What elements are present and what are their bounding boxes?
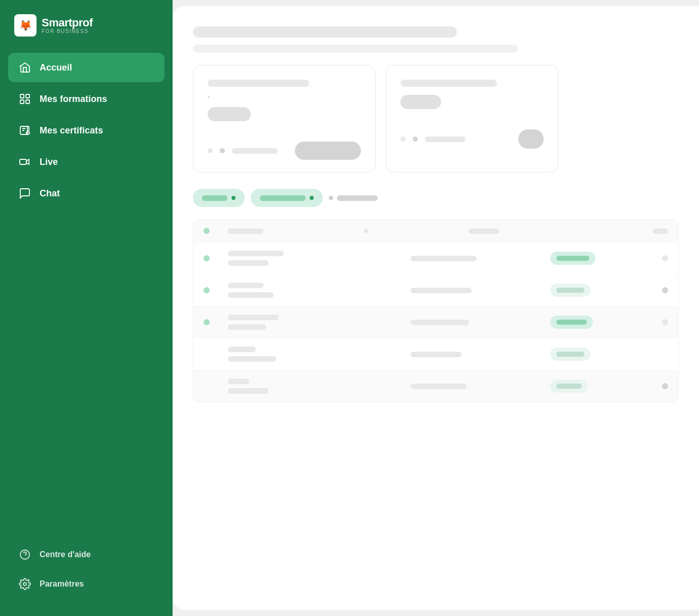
card-2-bottom [401, 129, 544, 149]
row-4-mid-bar [411, 320, 469, 325]
certificate-icon [18, 124, 31, 137]
table-row-2 [193, 243, 678, 275]
svg-point-5 [26, 131, 29, 134]
row-4-status-bar [556, 320, 587, 325]
row-3-bar2 [228, 292, 274, 298]
row-2-status-pill [550, 252, 595, 265]
row-1-score [648, 228, 668, 234]
svg-rect-0 [20, 94, 24, 98]
row-2-status [550, 252, 636, 265]
row-5-status [550, 348, 636, 361]
row-6-mid [411, 384, 539, 389]
svg-point-8 [23, 583, 26, 586]
sidebar-item-label-accueil: Accueil [40, 62, 72, 73]
row-3-score-dot [662, 287, 668, 293]
tab-3-bar [337, 195, 378, 201]
card-1-action[interactable] [295, 142, 361, 160]
row-3-status-bar [556, 288, 584, 293]
row-3-mid-bar [411, 288, 472, 293]
tabs-row [193, 189, 679, 207]
svg-point-7 [20, 550, 29, 559]
row-6-main [228, 379, 398, 394]
row-6-status-pill [550, 380, 588, 393]
tab-2[interactable] [251, 189, 323, 207]
row-4-score-dot [662, 319, 668, 325]
row-2-score [648, 255, 668, 261]
cards-row [193, 65, 679, 173]
row-1-main [228, 228, 352, 234]
row-3-status-pill [550, 284, 590, 297]
row-5-bar2 [228, 356, 276, 362]
row-6-bar1 [228, 379, 249, 384]
row-1-mid-dot [364, 229, 368, 233]
sidebar-item-live[interactable]: Live [8, 147, 164, 177]
logo-sub: FOR BUSINESS [42, 28, 93, 34]
row-2-mid-bar [411, 256, 477, 261]
row-1-mid2 [469, 228, 561, 234]
logo-icon: 🦊 [14, 14, 37, 37]
logo-area: 🦊 Smartprof FOR BUSINESS [0, 0, 173, 53]
top-bar-2 [193, 45, 518, 53]
sidebar: 🦊 Smartprof FOR BUSINESS Accueil Mes for… [0, 0, 173, 616]
sidebar-item-label-centre-aide: Centre d'aide [40, 550, 91, 559]
main-content [173, 6, 699, 610]
table-row-4 [193, 306, 678, 338]
table-row-6 [193, 370, 678, 402]
row-6-status [550, 380, 636, 393]
logo-text: Smartprof FOR BUSINESS [42, 17, 93, 34]
tab-1-bar [202, 195, 227, 201]
card-2-dot1 [401, 136, 406, 142]
row-4-bar2 [228, 324, 266, 330]
card-1-dot1 [208, 148, 213, 153]
sidebar-item-mes-certificats[interactable]: Mes certificats [8, 116, 164, 145]
row-5-main [228, 347, 398, 362]
row-2-score-dot [662, 255, 668, 261]
row-2-bar2 [228, 260, 269, 266]
row-3-icon-col [204, 287, 216, 293]
row-6-status-bar [556, 384, 582, 389]
sidebar-item-accueil[interactable]: Accueil [8, 53, 164, 82]
tab-1[interactable] [193, 189, 245, 207]
card-2-dot2 [413, 136, 418, 142]
tab-2-bar [260, 195, 306, 201]
grid-icon [18, 92, 31, 106]
sidebar-item-label-mes-formations: Mes formations [40, 94, 107, 105]
row-1-mid [364, 229, 457, 233]
sidebar-bottom: Centre d'aide Paramètres [0, 529, 173, 616]
card-2 [386, 65, 558, 173]
row-4-icon-col [204, 319, 216, 325]
tab-3[interactable] [329, 195, 378, 201]
tab-1-dot [231, 196, 236, 200]
card-2-bar-2 [401, 95, 441, 109]
logo-name: Smartprof [42, 17, 93, 28]
row-3-mid [411, 288, 539, 293]
row-3-main [228, 283, 398, 298]
sidebar-item-label-mes-certificats: Mes certificats [40, 125, 103, 136]
row-4-main [228, 315, 398, 330]
sidebar-item-centre-aide[interactable]: Centre d'aide [8, 541, 164, 568]
row-5-mid-bar [411, 352, 461, 357]
row-4-icon [204, 319, 210, 325]
row-3-bar1 [228, 283, 263, 288]
card-2-action[interactable] [518, 129, 544, 149]
row-5-bar1 [228, 347, 256, 352]
sidebar-item-chat[interactable]: Chat [8, 179, 164, 208]
sidebar-item-mes-formations[interactable]: Mes formations [8, 84, 164, 114]
row-1-main-bar [228, 228, 263, 234]
table-area [193, 219, 679, 402]
svg-rect-2 [20, 100, 24, 104]
card-2-bottom-bar [425, 136, 465, 142]
table-row-1 [193, 220, 678, 243]
sidebar-item-parametres[interactable]: Paramètres [8, 570, 164, 598]
svg-rect-1 [26, 94, 29, 98]
row-1-mid2-bar [469, 228, 499, 234]
row-2-main [228, 251, 398, 266]
video-icon [18, 155, 31, 168]
row-1-icon [204, 228, 210, 234]
row-1-icon-col [204, 228, 216, 234]
top-skeleton [193, 26, 679, 53]
card-1 [193, 65, 376, 173]
svg-rect-3 [26, 100, 29, 104]
card-2-bar-1 [401, 80, 497, 87]
row-2-icon-col [204, 255, 216, 261]
